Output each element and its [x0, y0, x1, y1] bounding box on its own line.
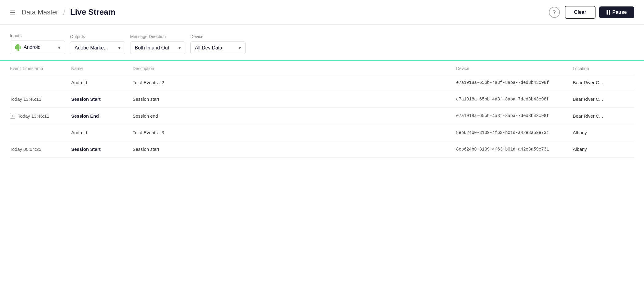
app-title: Data Master: [21, 8, 58, 16]
cell-name-0: Android: [71, 80, 133, 85]
inputs-chevron-icon: ▾: [58, 45, 60, 50]
outputs-filter-group: Outputs Adobe Marke... ▾: [70, 34, 125, 54]
cell-name-3: Android: [71, 130, 133, 135]
header: ☰ Data Master / Live Stream ? Clear Paus…: [0, 0, 644, 25]
table-row: Android Total Events : 3 8eb624b0-3109-4…: [10, 124, 634, 141]
android-icon: [14, 44, 21, 51]
cell-timestamp-1: Today 13:46:11: [10, 96, 71, 102]
inputs-label: Inputs: [10, 33, 65, 38]
cell-location-3: Albany: [573, 130, 634, 135]
cell-description-4: Session start: [133, 147, 456, 152]
col-header-location: Location: [573, 66, 634, 71]
direction-dropdown[interactable]: Both In and Out ▾: [130, 41, 185, 54]
table-row: Today 00:04:25 Session Start Session sta…: [10, 141, 634, 158]
direction-filter-group: Message Direction Both In and Out ▾: [130, 34, 185, 54]
cell-timestamp-2: + Today 13:46:11: [10, 113, 71, 119]
cell-device-1: e7a1918a-65bb-4a3f-8aba-7ded3b43c98f: [456, 97, 573, 102]
outputs-chevron-icon: ▾: [118, 45, 121, 51]
cell-location-2: Bear River C...: [573, 113, 634, 119]
clear-button[interactable]: Clear: [565, 6, 596, 19]
table-section: Event Timestamp Name Description Device …: [0, 61, 644, 158]
cell-description-0: Total Events : 2: [133, 80, 456, 85]
table-row: Android Total Events : 2 e7a1918a-65bb-4…: [10, 74, 634, 91]
cell-description-3: Total Events : 3: [133, 130, 456, 135]
direction-label: Message Direction: [130, 34, 185, 39]
device-dropdown[interactable]: All Dev Data ▾: [190, 41, 246, 54]
direction-value: Both In and Out: [135, 45, 169, 51]
pause-label: Pause: [612, 10, 627, 15]
device-value: All Dev Data: [195, 45, 222, 51]
cell-device-4: 8eb624b0-3109-4f63-b01d-a42e3a59e731: [456, 147, 573, 152]
cell-location-4: Albany: [573, 147, 634, 152]
cell-description-2: Session end: [133, 113, 456, 119]
col-header-description: Description: [133, 66, 456, 71]
menu-icon[interactable]: ☰: [10, 9, 15, 16]
inputs-filter-group: Inputs Android ▾: [10, 33, 65, 54]
col-header-timestamp: Event Timestamp: [10, 66, 71, 71]
cell-name-1: Session Start: [71, 96, 133, 102]
filters-section: Inputs Android ▾ Outputs Adobe Marke... …: [0, 25, 644, 61]
device-label: Device: [190, 34, 246, 39]
cell-device-0: e7a1918a-65bb-4a3f-8aba-7ded3b43c98f: [456, 80, 573, 85]
outputs-value: Adobe Marke...: [75, 45, 108, 51]
table-row: + Today 13:46:11 Session End Session end…: [10, 108, 634, 124]
cell-location-1: Bear River C...: [573, 96, 634, 102]
page-title: Live Stream: [70, 7, 115, 17]
outputs-dropdown[interactable]: Adobe Marke... ▾: [70, 41, 125, 54]
direction-chevron-icon: ▾: [178, 45, 181, 51]
help-button[interactable]: ?: [549, 7, 560, 18]
device-chevron-icon: ▾: [239, 45, 241, 51]
expand-icon[interactable]: +: [10, 113, 15, 119]
inputs-value: Android: [24, 45, 41, 50]
cell-name-2: Session End: [71, 113, 133, 119]
cell-description-1: Session start: [133, 96, 456, 102]
table-row: Today 13:46:11 Session Start Session sta…: [10, 91, 634, 108]
inputs-dropdown[interactable]: Android ▾: [10, 41, 65, 54]
table-header: Event Timestamp Name Description Device …: [10, 61, 634, 74]
cell-device-2: e7a1918a-65bb-4a3f-8aba-7ded3b43c98f: [456, 113, 573, 118]
pause-button[interactable]: Pause: [599, 6, 634, 18]
filters-row: Inputs Android ▾ Outputs Adobe Marke... …: [10, 33, 634, 54]
header-divider: /: [63, 8, 65, 17]
col-header-device: Device: [456, 66, 573, 71]
device-filter-group: Device All Dev Data ▾: [190, 34, 246, 54]
cell-name-4: Session Start: [71, 147, 133, 152]
outputs-label: Outputs: [70, 34, 125, 39]
cell-timestamp-4: Today 00:04:25: [10, 147, 71, 152]
cell-device-3: 8eb624b0-3109-4f63-b01d-a42e3a59e731: [456, 130, 573, 135]
col-header-name: Name: [71, 66, 133, 71]
cell-location-0: Bear River C...: [573, 80, 634, 85]
pause-icon: [607, 10, 610, 15]
